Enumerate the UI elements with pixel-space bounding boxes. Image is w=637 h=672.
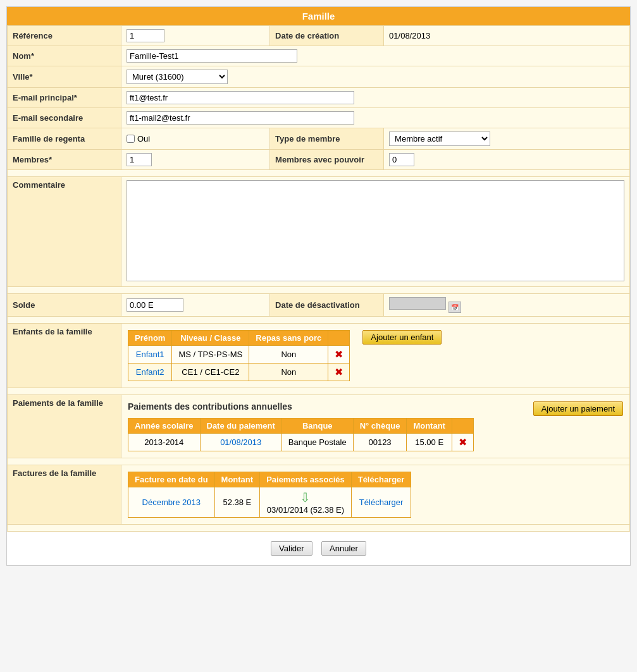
date-creation-label: Date de création [270, 26, 384, 46]
factures-col-paiements: Paiements associés [260, 472, 352, 487]
membres-cell [121, 150, 270, 170]
oui-checkbox[interactable] [127, 135, 135, 143]
paiement-date-link[interactable]: 01/08/2013 [220, 437, 261, 447]
date-creation-value-cell: 01/08/2013 [384, 26, 630, 46]
paiements-col-banque: Banque [281, 418, 353, 434]
row-email-principal: E-mail principal* [8, 88, 630, 108]
delete-enfant-icon[interactable]: ✖ [335, 367, 343, 377]
famille-regenta-label: Famille de regenta [8, 128, 121, 150]
enfant-repas: Non [249, 363, 328, 381]
delete-enfant-icon[interactable]: ✖ [335, 349, 343, 360]
paiements-label: Paiements de la famille [8, 395, 121, 458]
ville-select[interactable]: Muret (31600) [127, 70, 228, 84]
facture-paiements: ⇩ 03/01/2014 (52.38 E) [260, 487, 352, 518]
facture-montant: 52.38 E [214, 487, 260, 518]
type-membre-select[interactable]: Membre actif [389, 131, 490, 146]
ville-value-cell: Muret (31600) [121, 66, 630, 88]
enfants-cell: Prénom Niveau / Classe Repas sans porc E… [121, 324, 630, 388]
enfants-header-row: Prénom Niveau / Classe Repas sans porc [128, 331, 350, 346]
spacer-2 [8, 287, 630, 294]
row-commentaire: Commentaire [8, 177, 630, 287]
nom-value-cell [121, 46, 630, 66]
enfants-col-niveau: Niveau / Classe [172, 331, 249, 346]
factures-cell: Facture en date du Montant Paiements ass… [121, 465, 630, 525]
membres-pouvoir-cell [384, 150, 630, 170]
nom-input[interactable] [127, 49, 297, 63]
enfant-niveau: CE1 / CE1-CE2 [172, 363, 249, 381]
row-ville: Ville* Muret (31600) [8, 66, 630, 88]
reference-label: Référence [8, 26, 121, 46]
paiements-table: Année scolaire Date du paiement Banque N… [128, 418, 474, 451]
date-desactivation-cell: 📅 [384, 294, 630, 317]
spacer-1 [8, 170, 630, 177]
paiements-header-row: Année scolaire Date du paiement Banque N… [128, 418, 474, 434]
enfant-repas: Non [249, 346, 328, 363]
enfant-niveau: MS / TPS-PS-MS [172, 346, 249, 363]
oui-label: Oui [137, 134, 150, 144]
reference-input[interactable] [127, 29, 164, 42]
date-desactivation-field [389, 297, 446, 310]
page-title: Famille [7, 7, 630, 25]
date-creation-value: 01/08/2013 [389, 31, 430, 40]
enfants-content: Prénom Niveau / Classe Repas sans porc E… [128, 330, 623, 381]
solde-input[interactable] [127, 298, 183, 312]
enfant-prenom-link[interactable]: Enfant1 [136, 350, 164, 359]
table-row: Enfant2 CE1 / CE1-CE2 Non ✖ [128, 363, 350, 381]
spacer-3 [8, 317, 630, 324]
row-membres: Membres* Membres avec pouvoir [8, 150, 630, 170]
type-membre-label: Type de membre [270, 128, 384, 150]
paiement-banque: Banque Postale [281, 434, 353, 451]
enfants-label: Enfants de la famille [8, 324, 121, 388]
validate-button[interactable]: Valider [271, 541, 312, 556]
table-row: Enfant1 MS / TPS-PS-MS Non ✖ [128, 346, 350, 363]
paiements-title: Paiements des contributions annuelles [128, 401, 474, 412]
email-secondaire-input[interactable] [127, 111, 354, 125]
row-solde: Solde Date de désactivation 📅 [8, 294, 630, 317]
table-row: Décembre 2013 52.38 E ⇩ 03/01/2014 (52.3… [128, 487, 411, 518]
main-container: Famille Référence Date de création 01/08… [6, 6, 631, 566]
calendar-icon[interactable]: 📅 [448, 302, 461, 313]
download-small-icon: ⇩ [300, 490, 311, 505]
email-principal-input[interactable] [127, 91, 354, 104]
oui-checkbox-container: Oui [127, 134, 264, 144]
delete-paiement-icon[interactable]: ✖ [459, 437, 467, 448]
bottom-buttons: Valider Annuler [7, 532, 630, 565]
facture-date-link[interactable]: Décembre 2013 [142, 498, 201, 507]
row-enfants: Enfants de la famille Prénom Niveau / Cl… [8, 324, 630, 388]
enfants-col-action [328, 331, 350, 346]
paiements-col-date: Date du paiement [200, 418, 281, 434]
row-factures: Factures de la famille Facture en date d… [8, 465, 630, 525]
factures-col-date: Facture en date du [128, 472, 215, 487]
email-secondaire-label: E-mail secondaire [8, 108, 121, 128]
paiement-montant: 15.00 E [407, 434, 452, 451]
row-famille-regenta: Famille de regenta Oui Type de membre Me… [8, 128, 630, 150]
enfants-col-prenom: Prénom [128, 331, 172, 346]
enfants-table: Prénom Niveau / Classe Repas sans porc E… [128, 330, 350, 381]
paiements-content: Paiements des contributions annuelles An… [128, 401, 623, 451]
table-row: 2013-2014 01/08/2013 Banque Postale 0012… [128, 434, 474, 451]
row-email-secondaire: E-mail secondaire [8, 108, 630, 128]
telecharger-link[interactable]: Télécharger [359, 498, 403, 507]
cancel-button[interactable]: Annuler [321, 541, 366, 556]
email-secondaire-cell [121, 108, 630, 128]
commentaire-cell [121, 177, 630, 287]
row-nom: Nom* [8, 46, 630, 66]
commentaire-textarea[interactable] [127, 180, 624, 281]
paiements-col-action [452, 418, 473, 434]
factures-col-montant: Montant [214, 472, 260, 487]
spacer-5 [8, 458, 630, 465]
spacer-6 [8, 525, 630, 532]
commentaire-label: Commentaire [8, 177, 121, 287]
email-principal-label: E-mail principal* [8, 88, 121, 108]
membres-pouvoir-label: Membres avec pouvoir [270, 150, 384, 170]
famille-regenta-cell: Oui [121, 128, 270, 150]
paiement-annee: 2013-2014 [128, 434, 201, 451]
add-enfant-button[interactable]: Ajouter un enfant [362, 330, 442, 345]
enfant-prenom-link[interactable]: Enfant2 [136, 367, 164, 377]
membres-pouvoir-input[interactable] [389, 153, 414, 166]
add-paiement-button[interactable]: Ajouter un paiement [533, 401, 623, 416]
row-reference: Référence Date de création 01/08/2013 [8, 26, 630, 46]
membres-input[interactable] [127, 153, 152, 166]
enfants-col-repas: Repas sans porc [249, 331, 328, 346]
paiements-inner: Paiements des contributions annuelles An… [128, 401, 474, 451]
